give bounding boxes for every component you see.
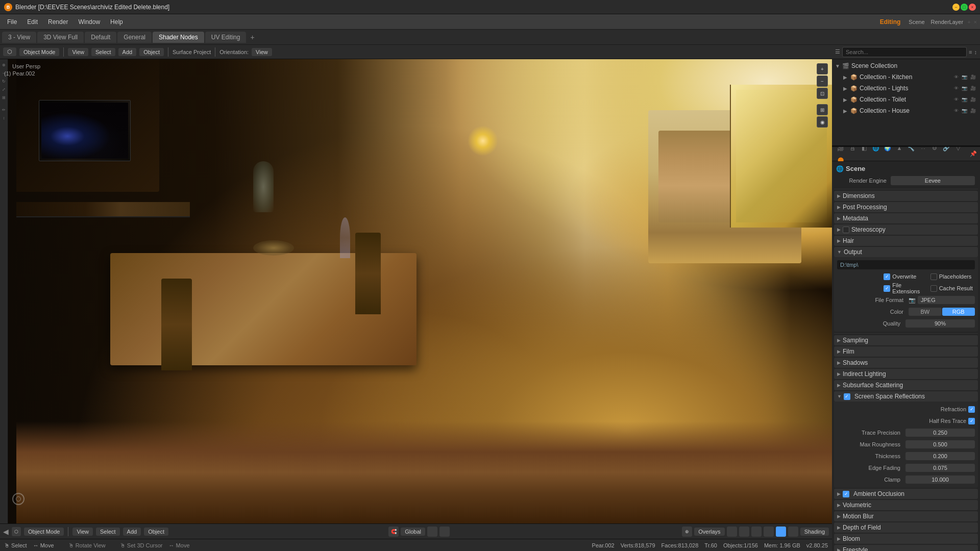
menu-file[interactable]: File [3, 17, 21, 27]
prop-icon-scene[interactable]: 🌐 [870, 147, 881, 154]
tab-default[interactable]: Default [85, 32, 116, 43]
menu-render[interactable]: Render [44, 17, 72, 27]
prop-icon-physics[interactable]: ⚙ [929, 147, 940, 154]
prop-icon-view-layer[interactable]: ◧ [859, 147, 870, 154]
house-render[interactable]: 🎥 [969, 108, 977, 114]
close-button[interactable]: × [969, 4, 976, 11]
film-header[interactable]: ▶ Film [834, 346, 978, 357]
volumetric-header[interactable]: ▶ Volumetric [834, 500, 978, 510]
mode-icon[interactable]: ⬡ [12, 527, 21, 536]
tool-transform[interactable]: ⊞ [1, 94, 8, 101]
view-all-btn[interactable]: ⊡ [817, 88, 828, 99]
placeholders-check[interactable] [930, 273, 937, 280]
mode-select[interactable]: Object Mode [24, 528, 64, 536]
freestyle-header[interactable]: ▶ Freestyle [834, 545, 978, 551]
collection-toilet[interactable]: ▶ 📦 Collection - Toilet 👁 📷 🎥 [833, 94, 979, 105]
select-menu[interactable]: Select [91, 48, 115, 56]
global-btn[interactable]: Global [401, 528, 425, 536]
prop-icon-constraints[interactable]: 🔗 [941, 147, 952, 154]
select-btn[interactable]: Select [96, 528, 120, 536]
proportional-falloff[interactable] [452, 527, 462, 537]
collection-scene[interactable]: ▼ 🎬 Scene Collection [833, 60, 979, 71]
hair-header[interactable]: ▶ Hair [834, 236, 978, 246]
wireframe-btn[interactable] [739, 527, 749, 537]
tab-uv-editing[interactable]: UV Editing [205, 32, 247, 43]
local-view-btn[interactable]: ◉ [817, 116, 828, 128]
shading-btn[interactable]: Shading [800, 528, 829, 536]
tool-cursor[interactable]: ⊕ [1, 61, 8, 68]
lights-cam[interactable]: 📷 [961, 85, 968, 91]
object-btn[interactable]: Object [144, 528, 168, 536]
thickness-value[interactable]: 0.200 [905, 452, 975, 460]
tab-3view[interactable]: 3 - View [2, 32, 36, 43]
view-menu[interactable]: View [68, 48, 88, 56]
material-preview-btn[interactable] [764, 527, 774, 537]
tool-scale[interactable]: ⤢ [1, 86, 8, 93]
lights-render[interactable]: 🎥 [969, 85, 977, 91]
ao-check[interactable]: ✓ [843, 491, 849, 497]
snap-icon[interactable]: 🧲 [388, 527, 399, 537]
output-path[interactable]: D:\tmp\ [837, 260, 975, 269]
prop-icon-world[interactable]: 🌍 [882, 147, 893, 154]
file-extensions-check[interactable]: ✓ [884, 285, 890, 292]
collection-house[interactable]: ▶ 📦 Collection - House 👁 📷 🎥 [833, 105, 979, 116]
cache-result-check[interactable] [930, 285, 937, 292]
shading-options-btn[interactable] [788, 527, 798, 537]
sync-icon[interactable]: ↕ [974, 49, 977, 55]
lights-eye[interactable]: 👁 [953, 85, 960, 91]
kitchen-eye[interactable]: 👁 [953, 74, 960, 80]
ao-header[interactable]: ▶ ✓ Ambient Occlusion [834, 489, 978, 499]
collection-kitchen[interactable]: ▶ 📦 Collection - Kitchen 👁 📷 🎥 [833, 71, 979, 83]
file-format-value[interactable]: JPEG [918, 296, 975, 304]
output-header[interactable]: ▼ Output [834, 247, 978, 257]
sampling-header[interactable]: ▶ Sampling [834, 335, 978, 345]
kitchen-cam[interactable]: 📷 [961, 74, 968, 80]
half-res-check[interactable]: ✓ [968, 418, 975, 424]
filter-icon[interactable]: ≡ [969, 49, 972, 55]
overlays-btn[interactable]: Overlays [694, 528, 724, 536]
prop-icon-modifier[interactable]: 🔧 [905, 147, 917, 154]
prop-icon-render[interactable]: 🎥 [835, 147, 846, 154]
toilet-cam[interactable]: 📷 [961, 96, 968, 103]
tab-general[interactable]: General [117, 32, 152, 43]
edge-fading-value[interactable]: 0.075 [905, 464, 975, 472]
toilet-eye[interactable]: 👁 [953, 96, 960, 103]
post-processing-header[interactable]: ▶ Post Processing [834, 202, 978, 212]
rendered-shading-btn[interactable] [776, 527, 786, 537]
tab-3dviewfull[interactable]: 3D View Full [37, 32, 84, 43]
rgb-btn[interactable]: RGB [942, 308, 975, 316]
motion-blur-header[interactable]: ▶ Motion Blur [834, 511, 978, 521]
stereoscopy-check[interactable] [843, 227, 849, 233]
add-render-layer[interactable]: + [967, 19, 970, 25]
object-menu[interactable]: Object [139, 48, 164, 56]
house-cam[interactable]: 📷 [961, 108, 968, 114]
prop-icon-output[interactable]: 🖨 [847, 147, 858, 154]
left-panel-toggle[interactable]: ◀ [3, 528, 9, 536]
quality-value[interactable]: 90% [905, 319, 975, 328]
dof-header[interactable]: ▶ Depth of Field [834, 522, 978, 533]
add-workspace-button[interactable]: + [247, 32, 257, 42]
prop-icon-data[interactable]: ▽ [952, 147, 964, 154]
trace-precision-value[interactable]: 0.250 [905, 429, 975, 437]
pin-icon[interactable]: 📌 [970, 151, 977, 157]
tool-move[interactable]: ↔ [1, 69, 8, 77]
tool-annotate[interactable]: ✏ [1, 106, 8, 113]
house-eye[interactable]: 👁 [953, 108, 960, 114]
orientation-select[interactable]: View [252, 48, 272, 56]
zoom-in-btn[interactable]: + [817, 63, 828, 74]
subsurface-scattering-header[interactable]: ▶ Subsurface Scattering [834, 380, 978, 390]
toilet-render[interactable]: 🎥 [969, 96, 977, 103]
clamp-value[interactable]: 10.000 [905, 475, 975, 484]
solid-shading-btn[interactable] [751, 527, 762, 537]
persp-ortho-btn[interactable]: ⊞ [817, 104, 828, 115]
stereoscopy-header[interactable]: ▶ Stereoscopy [834, 224, 978, 235]
viewport-mode-btn[interactable]: Object Mode [19, 48, 59, 56]
max-roughness-value[interactable]: 0.500 [905, 440, 975, 448]
tool-measure[interactable]: ↕ [1, 114, 8, 121]
editor-type-btn[interactable]: ⊕ [682, 527, 692, 537]
kitchen-render[interactable]: 🎥 [969, 74, 977, 80]
maximize-button[interactable]: □ [961, 4, 968, 11]
bloom-header[interactable]: ▶ Bloom [834, 534, 978, 544]
metadata-header[interactable]: ▶ Metadata [834, 213, 978, 223]
prop-icon-object[interactable]: ▲ [894, 147, 905, 154]
